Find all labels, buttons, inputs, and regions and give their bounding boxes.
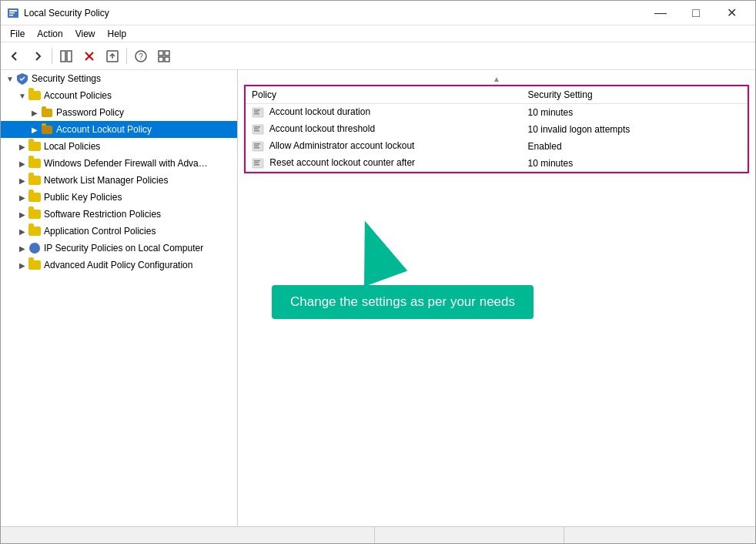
svg-rect-5 <box>67 51 72 62</box>
maximize-button[interactable]: □ <box>678 1 714 25</box>
toolbar-sep-2 <box>126 49 127 64</box>
view-button[interactable] <box>153 45 175 67</box>
show-hide-button[interactable] <box>55 45 77 67</box>
sidebar-item-network-list[interactable]: ▶ Network List Manager Policies <box>1 172 237 189</box>
svg-rect-13 <box>165 51 169 55</box>
svg-rect-23 <box>254 130 259 132</box>
windows-defender-icon <box>28 157 41 170</box>
menu-help[interactable]: Help <box>102 27 133 41</box>
svg-rect-30 <box>254 163 259 164</box>
advanced-audit-icon <box>28 259 41 271</box>
annotation-arrow <box>343 213 408 287</box>
expand-ip-security[interactable]: ▶ <box>16 244 28 253</box>
application-control-icon <box>28 225 41 237</box>
policy-table-wrapper: Policy Security Setting <box>244 85 749 173</box>
expand-account-lockout[interactable]: ▶ <box>28 126 41 134</box>
expand-password-policy[interactable]: ▶ <box>28 109 41 117</box>
svg-rect-19 <box>254 113 259 115</box>
toolbar: ? <box>1 42 755 70</box>
sidebar-item-security-settings[interactable]: ▼ Security Settings <box>1 70 237 87</box>
export-button[interactable] <box>102 45 123 67</box>
toolbar-sep-1 <box>52 49 52 64</box>
main-area: ▼ Security Settings ▼ Account Policies <box>1 70 755 526</box>
delete-button[interactable] <box>79 45 100 67</box>
policy-name-2: Account lockout threshold <box>246 121 522 138</box>
expand-advanced-audit[interactable]: ▶ <box>16 261 28 270</box>
status-section-3 <box>564 527 753 543</box>
svg-rect-2 <box>9 12 15 14</box>
expand-windows-defender[interactable]: ▶ <box>16 160 28 168</box>
svg-rect-12 <box>159 51 163 55</box>
help-button[interactable]: ? <box>130 45 152 67</box>
scroll-indicator-up: ▲ <box>241 75 752 83</box>
sidebar-item-application-control[interactable]: ▶ Application Control Policies <box>1 223 237 240</box>
expand-public-key[interactable]: ▶ <box>16 193 28 202</box>
svg-rect-31 <box>254 164 259 166</box>
policy-icon-3 <box>252 140 264 153</box>
policy-icon-1 <box>252 106 264 119</box>
svg-rect-14 <box>159 57 163 62</box>
account-policies-icon <box>28 89 41 102</box>
table-row[interactable]: Allow Administrator account lockout Enab… <box>246 138 748 155</box>
sidebar-item-software-restriction[interactable]: ▶ Software Restriction Policies <box>1 206 237 223</box>
column-policy: Policy <box>246 86 522 104</box>
menu-bar: File Action View Help <box>1 25 755 42</box>
public-key-label: Public Key Policies <box>44 192 122 203</box>
sidebar-item-ip-security[interactable]: ▶ IP Security Policies on Local Computer <box>1 240 237 257</box>
security-settings-icon <box>16 72 28 85</box>
advanced-audit-label: Advanced Audit Policy Configuration <box>44 260 192 270</box>
app-icon <box>7 7 19 19</box>
window-title: Local Security Policy <box>24 8 643 18</box>
column-security-setting: Security Setting <box>522 86 748 104</box>
account-lockout-icon <box>41 123 53 136</box>
account-policies-label: Account Policies <box>44 90 112 101</box>
sidebar-item-password-policy[interactable]: ▶ Password Policy <box>1 104 237 121</box>
svg-rect-29 <box>254 160 260 162</box>
menu-file[interactable]: File <box>4 27 31 41</box>
expand-account-policies[interactable]: ▼ <box>16 92 28 100</box>
menu-action[interactable]: Action <box>31 27 69 41</box>
svg-rect-17 <box>254 109 260 111</box>
local-policies-icon <box>28 140 41 153</box>
policy-icon-2 <box>252 123 264 136</box>
expand-application-control[interactable]: ▶ <box>16 227 28 236</box>
account-lockout-label: Account Lockout Policy <box>56 124 152 135</box>
sidebar-item-advanced-audit[interactable]: ▶ Advanced Audit Policy Configuration <box>1 257 237 274</box>
expand-network-list[interactable]: ▶ <box>16 176 28 185</box>
software-restriction-label: Software Restriction Policies <box>44 209 161 220</box>
window-controls: — □ ✕ <box>643 1 749 25</box>
software-restriction-icon <box>28 208 41 220</box>
policy-name-3: Allow Administrator account lockout <box>246 138 522 155</box>
sidebar: ▼ Security Settings ▼ Account Policies <box>1 70 238 526</box>
svg-rect-27 <box>254 147 259 149</box>
policy-name-1: Account lockout duration <box>246 104 522 122</box>
forward-button[interactable] <box>27 45 49 67</box>
svg-text:?: ? <box>139 52 143 61</box>
menu-view[interactable]: View <box>69 27 102 41</box>
status-bar <box>1 526 755 543</box>
sidebar-item-account-policies[interactable]: ▼ Account Policies <box>1 87 237 104</box>
policy-name-4: Reset account lockout counter after <box>246 155 522 172</box>
network-list-icon <box>28 174 41 186</box>
sidebar-item-account-lockout-policy[interactable]: ▶ Account Lockout Policy <box>1 121 237 138</box>
setting-value-3: Enabled <box>522 138 748 155</box>
back-button[interactable] <box>4 45 25 67</box>
table-row[interactable]: Account lockout duration 10 minutes <box>246 104 748 122</box>
annotation-box: Change the settings as per your needs <box>272 285 534 319</box>
svg-rect-18 <box>254 112 259 113</box>
table-row[interactable]: Account lockout threshold 10 invalid log… <box>246 121 748 138</box>
security-settings-label: Security Settings <box>32 73 101 84</box>
expand-software-restriction[interactable]: ▶ <box>16 210 28 219</box>
ip-security-label: IP Security Policies on Local Computer <box>44 243 203 254</box>
svg-rect-26 <box>254 146 259 147</box>
close-button[interactable]: ✕ <box>714 1 749 25</box>
table-row[interactable]: Reset account lockout counter after 10 m… <box>246 155 748 172</box>
policy-icon-4 <box>252 157 264 170</box>
local-policies-label: Local Policies <box>44 141 100 152</box>
sidebar-item-windows-defender[interactable]: ▶ Windows Defender Firewall with Adva… <box>1 155 237 172</box>
sidebar-item-local-policies[interactable]: ▶ Local Policies <box>1 138 237 155</box>
expand-local-policies[interactable]: ▶ <box>16 143 28 151</box>
minimize-button[interactable]: — <box>643 1 678 25</box>
expand-security-settings[interactable]: ▼ <box>4 75 16 83</box>
sidebar-item-public-key[interactable]: ▶ Public Key Policies <box>1 189 237 206</box>
